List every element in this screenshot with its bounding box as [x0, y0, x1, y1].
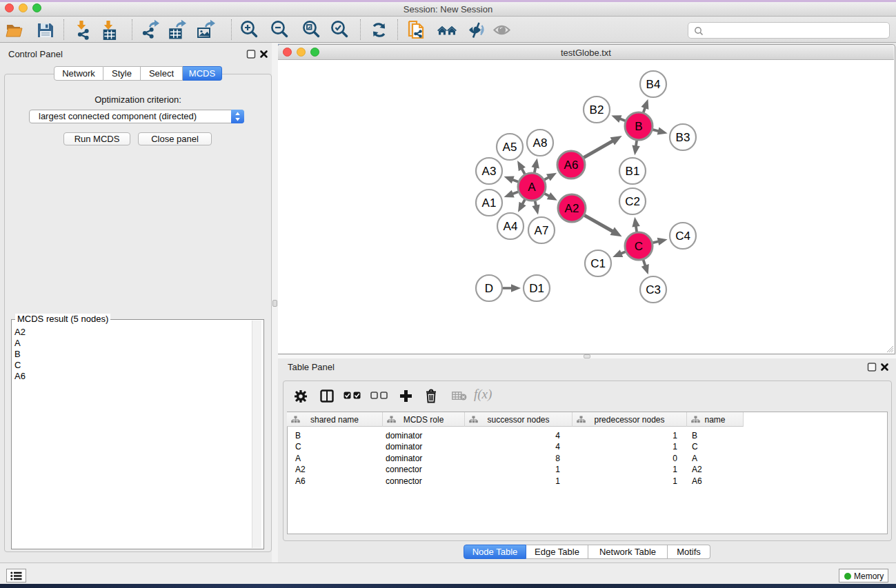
svg-text:A: A [528, 181, 536, 194]
svg-text:D: D [485, 282, 493, 295]
svg-text:C3: C3 [646, 283, 661, 296]
svg-text:B2: B2 [590, 103, 604, 116]
svg-text:D1: D1 [529, 282, 544, 295]
svg-text:A8: A8 [533, 136, 548, 150]
svg-text:B: B [635, 120, 642, 133]
svg-text:C: C [635, 240, 643, 253]
svg-text:B3: B3 [676, 131, 690, 144]
svg-text:A3: A3 [482, 165, 497, 178]
svg-text:C1: C1 [590, 257, 606, 270]
svg-text:C4: C4 [675, 230, 690, 243]
svg-text:A5: A5 [503, 141, 517, 154]
svg-text:A6: A6 [564, 159, 579, 172]
svg-text:A2: A2 [565, 202, 579, 215]
svg-text:C2: C2 [625, 195, 640, 208]
svg-text:A7: A7 [535, 224, 549, 237]
svg-text:A1: A1 [482, 196, 497, 210]
svg-text:A4: A4 [504, 220, 518, 233]
svg-text:B4: B4 [646, 78, 661, 91]
svg-text:B1: B1 [626, 165, 640, 178]
